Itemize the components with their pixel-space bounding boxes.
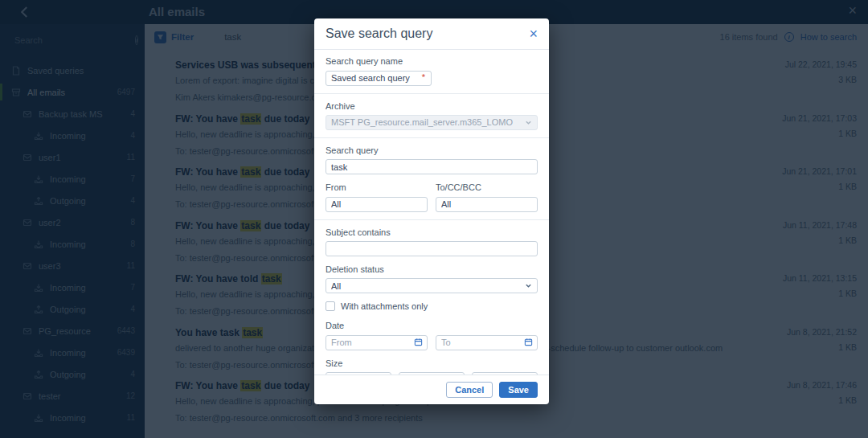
query-field-label: Search query bbox=[326, 145, 538, 156]
date-field-label: Date bbox=[326, 321, 538, 331]
archive-select: MSFT PG_resource.mail_server.m365_LOMO bbox=[326, 115, 538, 130]
chevron-down-icon bbox=[525, 282, 532, 289]
deletion-status-value: All bbox=[331, 281, 525, 291]
to-cc-bcc-input[interactable] bbox=[436, 197, 538, 212]
divider bbox=[314, 219, 549, 220]
name-field-label: Search query name bbox=[326, 56, 538, 67]
dialog-title: Save search query bbox=[326, 27, 432, 41]
required-asterisk: * bbox=[422, 72, 425, 82]
calendar-icon[interactable] bbox=[414, 338, 423, 346]
app-window: All emails × i Saved queries All emails … bbox=[0, 0, 868, 438]
with-attachments-checkbox[interactable] bbox=[326, 301, 335, 311]
from-field-label: From bbox=[326, 182, 428, 193]
search-query-name-input[interactable] bbox=[326, 71, 432, 86]
calendar-icon[interactable] bbox=[524, 338, 533, 346]
archive-field-label: Archive bbox=[326, 101, 538, 112]
size-field-label: Size bbox=[326, 358, 538, 369]
with-attachments-label: With attachments only bbox=[341, 301, 428, 311]
subject-field-label: Subject contains bbox=[326, 227, 538, 238]
divider bbox=[314, 137, 549, 138]
deletion-status-label: Deletion status bbox=[326, 264, 538, 275]
to-cc-bcc-field-label: To/CC/BCC bbox=[436, 182, 538, 193]
save-search-query-dialog: Save search query × Search query name * … bbox=[314, 18, 549, 404]
date-from-input[interactable] bbox=[326, 335, 428, 350]
subject-contains-input[interactable] bbox=[326, 241, 538, 256]
search-query-input[interactable] bbox=[326, 159, 538, 174]
divider bbox=[314, 93, 549, 94]
archive-select-value: MSFT PG_resource.mail_server.m365_LOMO bbox=[331, 117, 525, 127]
from-input[interactable] bbox=[326, 197, 428, 212]
dialog-close-icon[interactable]: × bbox=[529, 27, 538, 40]
save-button[interactable]: Save bbox=[499, 382, 538, 398]
chevron-down-icon bbox=[525, 119, 532, 126]
cancel-button[interactable]: Cancel bbox=[446, 382, 493, 398]
deletion-status-select[interactable]: All bbox=[326, 278, 538, 293]
date-to-input[interactable] bbox=[436, 335, 538, 350]
